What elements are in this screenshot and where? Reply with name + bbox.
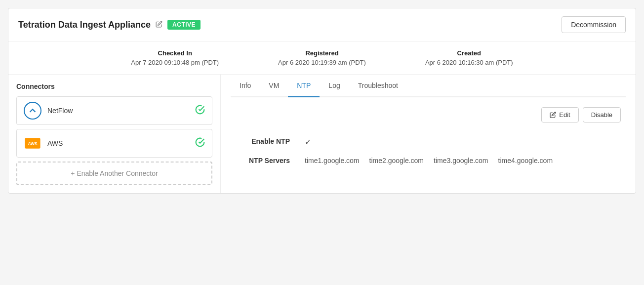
tab-troubleshoot[interactable]: Troubleshoot [349,75,407,97]
content-area: Connectors NetFlow [8,75,636,193]
tab-ntp[interactable]: NTP [288,75,320,97]
ntp-tab-content: Edit Disable Enable NTP ✓ NTP Servers ti… [231,97,626,179]
header: Tetration Data Ingest Appliance ACTIVE D… [8,8,636,41]
title-edit-icon[interactable] [156,21,162,29]
netflow-status-icon [195,105,205,117]
enable-ntp-check-icon: ✓ [305,137,311,147]
enable-connector-label: + Enable Another Connector [71,169,158,177]
tab-log[interactable]: Log [320,75,349,97]
edit-icon [550,112,556,118]
created-value: Apr 6 2020 10:16:30 am (PDT) [425,59,513,66]
main-card: Tetration Data Ingest Appliance ACTIVE D… [8,8,636,194]
tab-vm[interactable]: VM [260,75,288,97]
edit-button[interactable]: Edit [541,107,578,122]
connector-netflow-left: NetFlow [24,102,73,120]
sidebar-title: Connectors [16,82,212,90]
netflow-icon [24,102,41,120]
ntp-server-4: time4.google.com [498,157,553,164]
tab-actions: Edit Disable [236,107,621,122]
ntp-servers-field: NTP Servers time1.google.com time2.googl… [236,152,621,169]
enable-ntp-field: Enable NTP ✓ [236,132,621,152]
ntp-server-1: time1.google.com [305,157,360,164]
created-label: Created [425,49,513,57]
tab-info[interactable]: Info [231,75,260,97]
enable-ntp-label: Enable NTP [236,137,290,145]
stats-row: Checked In Apr 7 2020 09:10:48 pm (PDT) … [8,41,636,75]
ntp-server-2: time2.google.com [369,157,424,164]
decommission-button[interactable]: Decommission [562,16,626,33]
connector-aws[interactable]: AWS AWS [16,129,212,158]
checked-in-value: Apr 7 2020 09:10:48 pm (PDT) [131,59,219,66]
edit-button-label: Edit [559,111,570,119]
status-badge: ACTIVE [167,20,201,30]
ntp-server-3: time3.google.com [434,157,488,164]
connector-netflow[interactable]: NetFlow [16,96,212,125]
checked-in-stat: Checked In Apr 7 2020 09:10:48 pm (PDT) [101,49,248,66]
disable-button[interactable]: Disable [583,107,621,122]
svg-text:AWS: AWS [28,141,38,146]
ntp-servers-label: NTP Servers [236,157,290,164]
aws-status-icon [195,137,205,150]
main-panel: Info VM NTP Log Troubleshoot Edit Dis [221,75,636,193]
connector-netflow-name: NetFlow [47,107,73,115]
registered-value: Apr 6 2020 10:19:39 am (PDT) [278,59,366,66]
created-stat: Created Apr 6 2020 10:16:30 am (PDT) [396,49,543,66]
connector-aws-name: AWS [47,139,63,147]
registered-label: Registered [278,49,366,57]
enable-connector-button[interactable]: + Enable Another Connector [16,162,212,185]
tabs-bar: Info VM NTP Log Troubleshoot [231,75,626,97]
header-left: Tetration Data Ingest Appliance ACTIVE [18,20,201,30]
sidebar: Connectors NetFlow [8,75,221,193]
ntp-servers-list: time1.google.com time2.google.com time3.… [305,157,553,164]
registered-stat: Registered Apr 6 2020 10:19:39 am (PDT) [248,49,396,66]
page-title: Tetration Data Ingest Appliance [18,20,151,30]
aws-icon: AWS [24,134,41,152]
checked-in-label: Checked In [131,49,219,57]
connector-aws-left: AWS AWS [24,134,63,152]
